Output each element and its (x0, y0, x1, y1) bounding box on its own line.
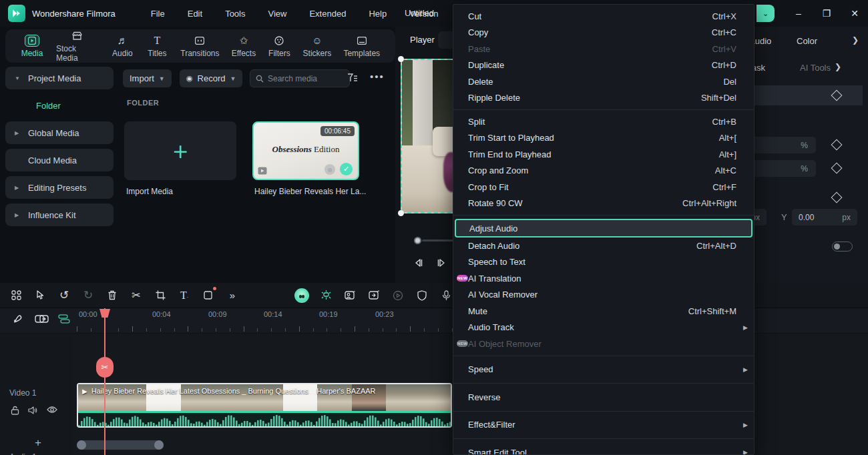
menu-item-mute[interactable]: MuteCtrl+Shift+M (453, 303, 754, 320)
tab-color-panel[interactable]: Color (797, 36, 817, 46)
pip-overlay-icon[interactable] (196, 286, 220, 306)
menu-item-delete[interactable]: DeleteDel (453, 73, 754, 90)
scrollbar-right-handle[interactable] (154, 440, 164, 450)
tab-audio[interactable]: ♬ Audio (105, 35, 140, 58)
menu-item-ai-translation[interactable]: NEWAI Translation (453, 270, 754, 287)
export-dropdown-button[interactable]: ⌄ (756, 5, 775, 22)
menu-file[interactable]: File (140, 6, 176, 21)
crop-icon[interactable] (148, 286, 172, 306)
clip-person-icon[interactable] (338, 286, 362, 306)
close-button[interactable]: ✕ (845, 5, 865, 21)
menu-item-speed[interactable]: Speed▶ (453, 362, 754, 378)
add-text-icon[interactable]: T. (172, 286, 196, 306)
sidebar-item-influence-kit[interactable]: ▶ Influence Kit (5, 203, 114, 226)
link-clips-icon[interactable] (35, 314, 49, 324)
position-y-field[interactable]: 0.00 px (792, 209, 857, 225)
selection-handle[interactable] (398, 56, 404, 62)
menu-item-reverse[interactable]: Reverse (453, 389, 754, 406)
keyframe-diamond-icon[interactable] (831, 192, 843, 203)
delete-trash-icon[interactable] (100, 286, 124, 306)
add-track-button[interactable]: + (35, 436, 41, 450)
menu-item-crop-zoom[interactable]: Crop and ZoomAlt+C (453, 163, 754, 179)
menu-item-adjust-audio[interactable]: Adjust Audio (455, 219, 752, 238)
menu-help[interactable]: Help (357, 6, 398, 21)
menu-item-crop-to-fit[interactable]: Crop to FitCtrl+F (453, 179, 754, 195)
tab-effects[interactable]: ✩ Effects (225, 35, 262, 58)
import-button[interactable]: Import ▼ (123, 69, 172, 87)
split-scissors-icon[interactable]: ✂ (124, 286, 148, 306)
menu-item-trim-start[interactable]: Trim Start to PlayheadAlt+[ (453, 130, 754, 147)
menu-extended[interactable]: Extended (298, 6, 357, 21)
timeline-scrollbar[interactable] (77, 440, 164, 450)
menu-tools[interactable]: Tools (214, 6, 256, 21)
preview-zoom-slider-knob[interactable] (414, 237, 421, 244)
tab-stock-media[interactable]: Stock Media (49, 30, 105, 63)
undo-icon[interactable]: ↺ (52, 286, 76, 306)
menu-item-ai-vocal-remover[interactable]: AI Vocal Remover (453, 287, 754, 304)
apps-grid-icon[interactable] (4, 286, 28, 306)
more-tools-icon[interactable]: » (220, 286, 244, 306)
mute-track-icon[interactable] (28, 406, 38, 415)
redo-icon[interactable]: ↻ (76, 286, 100, 306)
hide-track-icon[interactable] (47, 406, 57, 414)
playhead-split-button[interactable]: ✂ (96, 357, 114, 378)
play-button[interactable] (435, 258, 447, 268)
import-media-card[interactable]: ＋ (124, 121, 236, 180)
menu-item-audio-track[interactable]: Audio Track▶ (453, 320, 754, 336)
sidebar-item-project-media[interactable]: ▼ Project Media (5, 67, 114, 89)
smart-cut-icon[interactable] (314, 286, 338, 306)
menu-item-cut[interactable]: CutCtrl+X (453, 8, 754, 25)
menu-group-effect-filter: Effect&Filter▶ (453, 411, 754, 439)
scrollbar-left-handle[interactable] (77, 440, 86, 450)
restore-button[interactable]: ❐ (817, 5, 837, 21)
menu-item-rotate-90[interactable]: Rotate 90 CWCtrl+Alt+Right (453, 195, 754, 212)
keyframe-diamond-icon[interactable] (831, 163, 843, 174)
menu-item-split[interactable]: SplitCtrl+B (453, 113, 754, 130)
tab-ai-tools-panel[interactable]: AI Tools (800, 63, 831, 73)
playhead-line[interactable] (104, 308, 105, 455)
sidebar-item-editing-presets[interactable]: ▶ Editing Presets (5, 176, 114, 199)
filter-icon[interactable] (347, 72, 359, 84)
panel-collapse-icon[interactable]: ❯ (852, 35, 859, 45)
toggle-switch[interactable] (832, 242, 853, 252)
menu-item-ripple-delete[interactable]: Ripple DeleteShift+Del (453, 90, 754, 107)
menu-edit[interactable]: Edit (176, 6, 214, 21)
tab-transitions[interactable]: Transitions (174, 35, 225, 58)
player-tab[interactable]: Player (410, 35, 435, 45)
search-input[interactable] (268, 74, 335, 83)
chevron-right-icon[interactable]: ❯ (835, 62, 841, 71)
auto-ripple-icon[interactable] (57, 314, 71, 324)
tab-stickers[interactable]: ☺ Stickers (296, 35, 337, 58)
clip-export-icon[interactable] (362, 286, 386, 306)
minimize-button[interactable]: – (789, 5, 809, 21)
sidebar-item-global-media[interactable]: ▶ Global Media (5, 121, 114, 144)
selection-handle[interactable] (398, 210, 404, 216)
previous-frame-button[interactable] (413, 258, 425, 268)
render-preview-icon[interactable] (386, 286, 410, 306)
timeline-video-clip[interactable]: ▶ Hailey Bieber Reveals Her Latest Obses… (77, 383, 452, 428)
media-clip-thumbnail[interactable]: Obsessions Edition 00:06:45 ◎ ✓ (252, 121, 359, 180)
menu-item-copy[interactable]: CopyCtrl+C (453, 25, 754, 41)
ripple-edit-icon[interactable] (12, 312, 25, 326)
menu-item-trim-end[interactable]: Trim End to PlayheadAlt+] (453, 146, 754, 163)
menu-item-smart-edit-tool[interactable]: Smart Edit Tool▶ (453, 444, 754, 455)
tab-filters[interactable]: Filters (262, 35, 296, 58)
lock-track-icon[interactable] (11, 406, 19, 415)
record-button[interactable]: ◉ Record ▼ (180, 69, 242, 87)
menu-item-speech-to-text[interactable]: Speech to Text (453, 254, 754, 271)
sidebar-item-folder[interactable]: Folder (5, 94, 114, 117)
select-cursor-icon[interactable] (28, 286, 52, 306)
more-options-icon[interactable]: ••• (370, 71, 385, 82)
ai-copilot-icon[interactable] (290, 286, 314, 306)
keyframe-diamond-icon[interactable] (831, 139, 843, 151)
menu-view[interactable]: View (256, 6, 298, 21)
menu-item-duplicate[interactable]: DuplicateCtrl+D (453, 57, 754, 74)
tab-media[interactable]: Media (15, 35, 49, 58)
sidebar-item-cloud-media[interactable]: Cloud Media (5, 149, 114, 171)
tab-titles[interactable]: T Titles (140, 35, 174, 58)
tab-templates[interactable]: Templates (337, 35, 386, 58)
mask-shield-icon[interactable] (410, 286, 434, 306)
menu-item-detach-audio[interactable]: Detach AudioCtrl+Alt+D (453, 238, 754, 254)
transform-section-row[interactable] (748, 85, 863, 105)
menu-item-effect-filter[interactable]: Effect&Filter▶ (453, 417, 754, 434)
